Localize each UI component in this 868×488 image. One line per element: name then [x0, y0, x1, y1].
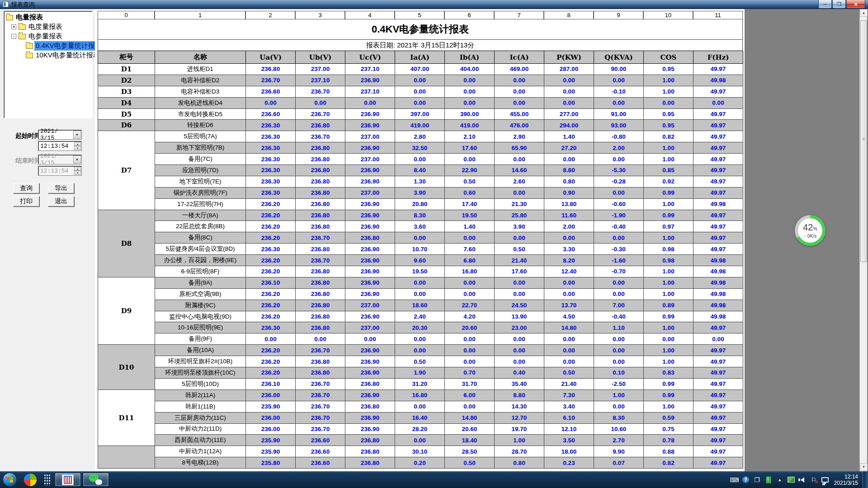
window-titlebar[interactable]: 报表查询 ─ ❐ ✕ — [0, 0, 868, 9]
exit-button[interactable]: 退出 — [48, 196, 74, 206]
tree-item-parameter-report[interactable]: - 电参量报表 — [11, 32, 91, 41]
table-row: 环境照明至旗杆2#(10B)236.20236.80236.900.500.00… — [155, 356, 743, 367]
start-date-picker[interactable]: 2021/ 3/15 ▼ — [38, 130, 82, 140]
export-button[interactable]: 导出 — [48, 183, 74, 193]
table-row: 附属楼(9C)236.20236.80237.0018.6022.7024.50… — [155, 300, 743, 311]
network-icon[interactable] — [820, 475, 830, 485]
value-cell: 455.00 — [495, 109, 544, 120]
column-number[interactable]: 11 — [693, 11, 743, 19]
value-cell: 2.60 — [495, 176, 544, 188]
value-cell: 21.40 — [495, 255, 544, 266]
client-area: 电量报表 + 电度量报表 - 电参量报表 0.4KV电参量统计报表 10KV电参… — [0, 9, 868, 471]
spinner-arrows[interactable]: ▲▼ — [74, 142, 81, 150]
usb-device-icon[interactable] — [764, 475, 774, 485]
volume-icon[interactable] — [797, 475, 807, 485]
value-cell: 2.00 — [544, 221, 594, 232]
value-cell: 49.98 — [693, 300, 743, 311]
value-cell: 235.80 — [246, 457, 296, 469]
value-cell: 0.00 — [495, 277, 544, 289]
scroll-up-icon[interactable]: ▲ — [860, 9, 868, 17]
value-cell: 469.00 — [495, 64, 544, 75]
vertical-scrollbar[interactable]: ▲ ▼ — [859, 9, 867, 471]
minimize-button[interactable]: ─ — [818, 0, 832, 9]
taskbar-app-grid[interactable] — [42, 473, 53, 487]
value-cell: 31.20 — [395, 379, 445, 390]
collapse-icon[interactable]: - — [11, 34, 16, 39]
start-button[interactable] — [3, 473, 17, 487]
action-center-icon[interactable]: ⚐ — [809, 475, 819, 485]
report-tree: 电量报表 + 电度量报表 - 电参量报表 0.4KV电参量统计报表 10KV电参… — [4, 11, 93, 118]
print-button[interactable]: 打印 — [13, 196, 39, 206]
column-number[interactable]: 10 — [643, 11, 693, 19]
show-desktop-button[interactable] — [863, 471, 868, 488]
value-cell: -1.90 — [594, 210, 644, 221]
value-cell: 0.99 — [644, 188, 693, 199]
end-time-spinner[interactable]: 12:13:54 ▲▼ — [38, 166, 82, 176]
help-icon[interactable]: ? — [741, 475, 751, 485]
column-number[interactable]: 0 — [98, 11, 155, 19]
tree-root-item[interactable]: 电量报表 — [5, 13, 91, 22]
tree-item-04kv-report[interactable]: 0.4KV电参量统计报表 — [25, 41, 91, 51]
cabinet-group: D4发电机进线柜D40.000.000.000.000.000.000.000.… — [98, 98, 743, 109]
column-number[interactable]: 9 — [594, 11, 643, 19]
column-number[interactable]: 8 — [544, 11, 594, 19]
expand-icon[interactable]: + — [11, 24, 16, 29]
value-cell: 49.98 — [693, 75, 743, 86]
restore-button[interactable]: ❐ — [832, 0, 846, 9]
column-number[interactable]: 1 — [155, 11, 245, 19]
row-name: 8号电梯(12B) — [155, 457, 246, 469]
query-button[interactable]: 查询 — [13, 183, 39, 193]
value-cell: 236.90 — [345, 75, 395, 86]
row-name: 备用(9A) — [155, 277, 246, 289]
value-cell: 0.00 — [594, 75, 644, 86]
value-cell: 0.00 — [594, 333, 644, 345]
start-time-spinner[interactable]: 12:13:54 ▲▼ — [38, 141, 82, 151]
value-cell: 237.00 — [296, 64, 345, 75]
close-button[interactable]: ✕ — [846, 0, 865, 9]
value-cell: 236.70 — [296, 232, 345, 244]
table-row: 5层照明(10D)236.10236.70236.8031.2031.7035.… — [155, 379, 743, 390]
value-cell: 6.10 — [544, 413, 594, 424]
row-name: 10-16层照明(9E) — [155, 322, 246, 333]
taskbar-report-app[interactable] — [55, 473, 81, 487]
value-cell: 236.90 — [345, 345, 395, 356]
value-cell: 14.60 — [495, 165, 544, 176]
value-cell: 20.30 — [395, 322, 445, 333]
chevron-down-icon[interactable]: ▼ — [73, 155, 81, 164]
value-cell: 0.00 — [495, 98, 544, 109]
value-cell: 9.60 — [395, 255, 445, 266]
table-row: 8号电梯(12B)235.80236.60236.800.200.500.800… — [155, 457, 743, 469]
taskbar-wechat[interactable] — [83, 473, 109, 487]
end-date-picker[interactable]: 2021/ 3/15 ▼ — [38, 155, 82, 164]
value-cell: 3.90 — [395, 188, 445, 199]
value-cell: 1.00 — [644, 75, 693, 86]
value-cell: 49.97 — [693, 367, 743, 379]
tree-item-10kv-report[interactable]: 10KV电参量统计报表 — [25, 51, 91, 60]
window-stack-icon[interactable]: ❐ — [752, 475, 762, 485]
spinner-arrows[interactable]: ▲▼ — [74, 167, 81, 175]
tree-item-energy-report[interactable]: + 电度量报表 — [11, 22, 91, 32]
column-number[interactable]: 5 — [395, 11, 444, 19]
table-body: D1进线柜D1236.80237.00237.10407.00404.00469… — [98, 64, 743, 469]
keyboard-icon[interactable]: ⌨ — [730, 475, 740, 485]
display-settings-icon[interactable] — [786, 475, 796, 485]
value-cell: 0.85 — [644, 165, 693, 176]
scrollbar-thumb[interactable] — [860, 20, 867, 262]
hidden-icons-chevron[interactable]: ▲ — [775, 475, 785, 485]
column-header: Ib(A) — [445, 51, 495, 64]
taskbar-pinwheel-app[interactable] — [20, 473, 40, 487]
value-cell: 22.70 — [445, 300, 495, 311]
column-number[interactable]: 2 — [245, 11, 295, 19]
column-number[interactable]: 7 — [494, 11, 544, 19]
value-cell: 0.00 — [495, 232, 544, 244]
column-number[interactable]: 4 — [345, 11, 395, 19]
scroll-down-icon[interactable]: ▼ — [860, 463, 868, 471]
value-cell: 0.00 — [445, 232, 495, 244]
chevron-down-icon[interactable]: ▼ — [73, 131, 81, 139]
speed-widget[interactable]: 42% ↑ 0K/s — [795, 215, 826, 246]
value-cell: 237.00 — [345, 322, 395, 333]
taskbar-clock[interactable]: 12:14 2021/3/15 — [834, 474, 858, 486]
column-number[interactable]: 6 — [444, 11, 494, 19]
column-number[interactable]: 3 — [295, 11, 345, 19]
value-cell: 22.90 — [445, 165, 495, 176]
